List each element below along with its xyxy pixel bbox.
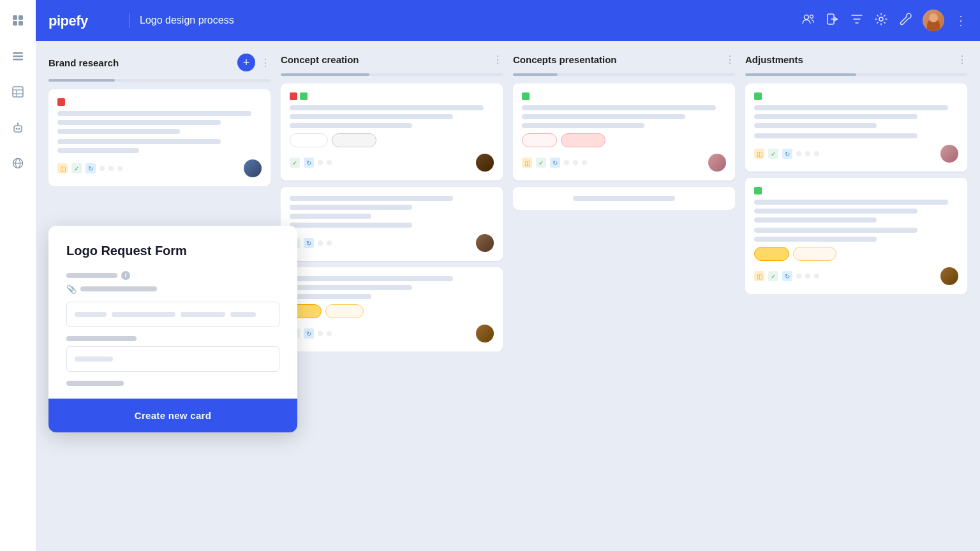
svg-rect-0 <box>13 15 17 20</box>
svg-rect-6 <box>13 59 23 61</box>
form-field-label-1: i <box>66 271 279 280</box>
sidebar <box>0 0 36 551</box>
svg-rect-1 <box>19 15 23 20</box>
create-new-card-button[interactable]: Create new card <box>135 410 211 421</box>
pipefy-logo-svg: pipefy <box>48 11 106 29</box>
form-select-1[interactable] <box>66 346 279 372</box>
svg-rect-5 <box>13 55 23 57</box>
user-avatar[interactable] <box>923 10 944 31</box>
input-bar <box>112 312 175 317</box>
modal-title: Logo Request Form <box>66 244 279 258</box>
wrench-icon[interactable] <box>898 12 912 29</box>
svg-text:pipefy: pipefy <box>48 13 89 29</box>
sidebar-item-grid[interactable] <box>8 10 28 31</box>
svg-point-21 <box>810 15 813 18</box>
form-bottom-label <box>66 381 124 386</box>
info-icon: i <box>121 271 130 280</box>
create-card-modal: Logo Request Form i 📎 <box>48 226 297 432</box>
filter-icon[interactable] <box>850 12 864 29</box>
signin-icon[interactable] <box>826 12 840 29</box>
logo: pipefy <box>48 11 106 29</box>
svg-rect-3 <box>19 21 23 26</box>
input-bar <box>230 312 256 317</box>
sidebar-item-list[interactable] <box>8 46 28 66</box>
attach-icon: 📎 <box>66 284 77 294</box>
svg-point-20 <box>805 15 809 19</box>
modal-footer[interactable]: Create new card <box>48 399 297 432</box>
sidebar-item-globe[interactable] <box>8 153 28 173</box>
header: pipefy Logo design process <box>36 0 980 41</box>
board-area: Brand research + ⋮ <box>36 41 980 551</box>
main-area: pipefy Logo design process <box>36 0 980 551</box>
sidebar-item-bot[interactable] <box>8 117 28 138</box>
svg-point-13 <box>19 128 20 130</box>
svg-rect-7 <box>13 87 23 97</box>
field-label-bar <box>66 273 117 278</box>
header-actions: ⋮ <box>801 10 967 31</box>
select-bar <box>75 356 113 362</box>
sidebar-item-table[interactable] <box>8 82 28 102</box>
settings-icon[interactable] <box>874 12 888 29</box>
form-input-1[interactable] <box>66 302 279 327</box>
field-attach-row: 📎 <box>66 284 279 294</box>
header-page-title: Logo design process <box>140 15 801 26</box>
svg-rect-4 <box>13 52 23 54</box>
svg-point-15 <box>17 122 19 124</box>
users-icon[interactable] <box>801 12 815 29</box>
svg-rect-2 <box>13 21 17 26</box>
svg-point-12 <box>16 128 18 130</box>
modal-body: Logo Request Form i 📎 <box>48 226 297 399</box>
input-bar <box>75 312 107 317</box>
svg-point-24 <box>879 17 883 21</box>
field-attach-bar <box>80 286 157 291</box>
svg-rect-11 <box>14 126 22 132</box>
modal-overlay: Logo Request Form i 📎 <box>36 41 980 551</box>
input-bar <box>181 312 225 317</box>
form-section-label-2 <box>66 336 137 341</box>
header-more-icon[interactable]: ⋮ <box>954 13 967 28</box>
header-divider <box>129 13 130 28</box>
